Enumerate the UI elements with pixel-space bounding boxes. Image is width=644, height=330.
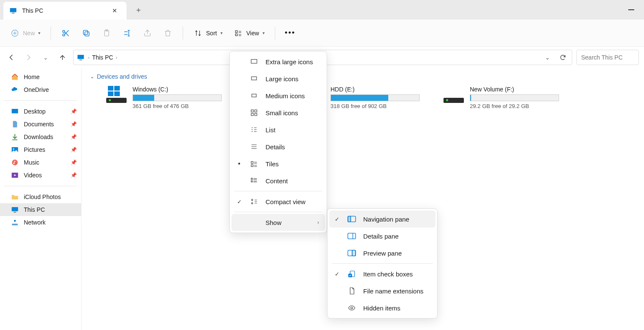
sidebar-item-music[interactable]: Music 📌 — [0, 156, 81, 169]
network-icon — [10, 218, 20, 227]
view-icon — [234, 28, 243, 38]
drive-name: Windows (C:) — [133, 86, 222, 93]
sidebar-item-label: Desktop — [24, 108, 45, 115]
menu-item-content[interactable]: Content — [232, 172, 325, 189]
sidebar-item-label: Network — [24, 219, 45, 226]
delete-button[interactable] — [159, 25, 177, 41]
recent-locations-button[interactable]: ⌄ — [39, 51, 52, 64]
sidebar-item-home[interactable]: Home — [0, 71, 81, 83]
menu-item-list[interactable]: List — [232, 121, 325, 138]
sidebar-item-label: OneDrive — [24, 86, 49, 93]
menu-item-file-name-extensions[interactable]: File name extensions — [329, 282, 435, 299]
tab-close-button[interactable]: ✕ — [110, 7, 119, 14]
svg-point-18 — [13, 163, 14, 164]
sidebar-item-documents[interactable]: Documents 📌 — [0, 118, 81, 131]
plus-circle-icon — [10, 28, 20, 38]
scissors-icon — [61, 28, 71, 38]
more-button[interactable]: ••• — [281, 25, 299, 41]
sidebar-item-pictures[interactable]: Pictures 📌 — [0, 143, 81, 156]
cut-button[interactable] — [57, 25, 75, 41]
check-icon: ✓ — [333, 216, 340, 222]
svg-rect-11 — [235, 34, 237, 36]
menu-separator — [332, 263, 433, 264]
new-button[interactable]: New ▾ — [6, 25, 45, 41]
folder-icon — [10, 192, 20, 202]
svg-rect-12 — [78, 55, 84, 59]
sidebar-item-icloud-photos[interactable]: iCloud Photos — [0, 191, 81, 203]
minimize-button[interactable] — [623, 3, 640, 16]
chevron-right-icon: › — [116, 55, 117, 60]
address-location[interactable]: This PC — [92, 54, 113, 61]
share-button[interactable] — [138, 25, 156, 41]
svg-rect-0 — [10, 8, 17, 12]
tab-this-pc[interactable]: This PC ✕ — [3, 2, 127, 20]
drive-windows-c[interactable]: Windows (C:) 361 GB free of 476 GB — [105, 84, 232, 111]
group-header-label: Devices and drives — [97, 73, 147, 80]
chevron-right-icon: › — [317, 219, 319, 225]
refresh-button[interactable] — [556, 51, 569, 64]
copy-button[interactable] — [77, 25, 95, 41]
titlebar: This PC ✕ ＋ — [0, 0, 644, 20]
sidebar-separator — [4, 100, 77, 101]
chevron-down-icon: ▾ — [38, 31, 40, 35]
up-button[interactable] — [56, 51, 69, 64]
menu-separator — [234, 212, 322, 212]
list-icon — [249, 125, 259, 134]
view-menu: Extra large icons Large icons Medium ico… — [229, 51, 327, 233]
chevron-right-icon: › — [88, 55, 90, 60]
sidebar-separator — [4, 186, 77, 186]
svg-rect-36 — [348, 216, 351, 222]
new-tab-button[interactable]: ＋ — [130, 1, 147, 18]
menu-item-hidden-items[interactable]: Hidden items — [329, 299, 435, 316]
sidebar-item-this-pc[interactable]: This PC — [0, 203, 81, 216]
paste-button[interactable] — [98, 25, 116, 41]
more-icon: ••• — [285, 28, 295, 38]
pin-icon: 📌 — [71, 147, 77, 153]
sidebar-item-downloads[interactable]: Downloads 📌 — [0, 131, 81, 143]
menu-item-large-icons[interactable]: Large icons — [232, 70, 325, 87]
sidebar-item-label: This PC — [24, 206, 45, 213]
download-icon — [10, 132, 20, 142]
back-button[interactable] — [5, 51, 18, 64]
forward-button[interactable] — [22, 51, 35, 64]
svg-rect-14 — [12, 109, 18, 114]
group-header-devices-and-drives[interactable]: ⌄ Devices and drives — [88, 71, 638, 84]
svg-rect-2 — [628, 9, 634, 10]
sidebar-item-videos[interactable]: Videos 📌 — [0, 169, 81, 182]
share-icon — [143, 28, 152, 38]
menu-item-compact-view[interactable]: ✓Compact view — [232, 193, 325, 210]
view-button[interactable]: View ▾ — [229, 25, 269, 41]
sidebar-item-label: Home — [24, 74, 40, 80]
menu-item-show[interactable]: Show› — [232, 214, 325, 231]
svg-rect-1 — [12, 13, 14, 14]
menu-item-item-check-boxes[interactable]: ✓Item check boxes — [329, 265, 435, 282]
chevron-down-icon: ▾ — [263, 31, 265, 35]
menu-item-preview-pane[interactable]: Preview pane — [329, 245, 435, 262]
menu-item-details-pane[interactable]: Details pane — [329, 228, 435, 245]
menu-item-small-icons[interactable]: Small icons — [232, 104, 325, 121]
search-input[interactable]: Search This PC — [576, 50, 639, 65]
rename-button[interactable] — [118, 25, 136, 41]
pin-icon: 📌 — [71, 134, 77, 140]
drive-name: HDD (E:) — [330, 86, 420, 93]
home-icon — [10, 72, 20, 82]
sidebar-item-desktop[interactable]: Desktop 📌 — [0, 105, 81, 118]
grid-icon — [249, 57, 259, 66]
chevron-down-icon: ▾ — [220, 31, 223, 35]
sidebar-item-onedrive[interactable]: OneDrive — [0, 83, 81, 96]
menu-item-details[interactable]: Details — [232, 138, 325, 155]
sidebar-item-network[interactable]: Network — [0, 216, 81, 229]
menu-item-extra-large-icons[interactable]: Extra large icons — [232, 53, 325, 70]
menu-item-navigation-pane[interactable]: ✓Navigation pane — [329, 211, 435, 228]
svg-rect-21 — [14, 212, 16, 213]
sort-button[interactable]: Sort ▾ — [189, 25, 227, 41]
drive-new-volume-f[interactable]: New Volume (F:) 29.2 GB free of 29.2 GB — [442, 84, 569, 111]
sidebar-item-label: Downloads — [24, 134, 53, 140]
menu-item-tiles[interactable]: •Tiles — [232, 155, 325, 172]
menu-item-medium-icons[interactable]: Medium icons — [232, 87, 325, 104]
address-history-button[interactable]: ⌄ — [541, 51, 554, 64]
grid-icon — [249, 74, 259, 83]
svg-rect-10 — [235, 31, 237, 33]
checkbox-icon — [347, 269, 356, 279]
document-icon — [10, 119, 20, 129]
